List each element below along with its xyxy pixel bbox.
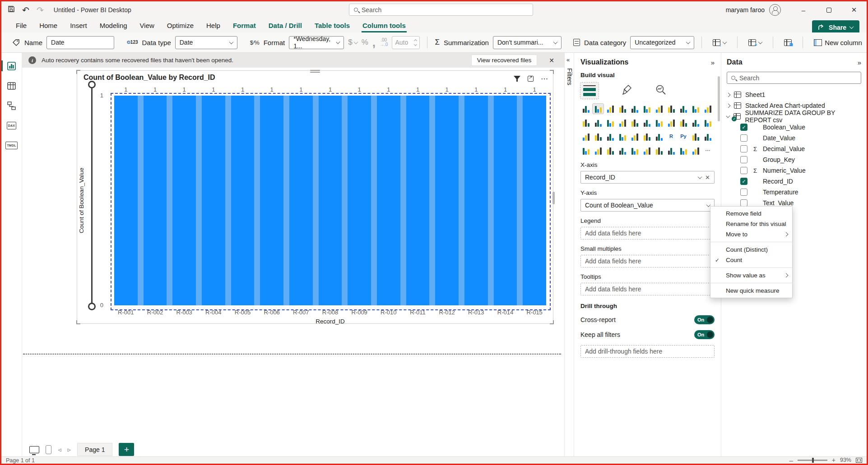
field-checkbox[interactable]: ✓	[740, 178, 747, 185]
field-row-date-value[interactable]: ΣDate_Value	[727, 133, 861, 143]
stacked-bar-chart-icon[interactable]	[580, 104, 591, 114]
stacked-area-chart-icon[interactable]	[678, 104, 689, 114]
restore-button[interactable]	[816, 1, 841, 18]
focus-mode-icon[interactable]	[528, 76, 534, 82]
context-menu-item-show-value-as[interactable]: Show value as	[710, 270, 792, 281]
next-page-icon[interactable]: ▹	[68, 446, 71, 454]
rail-report-view-icon[interactable]	[1, 59, 22, 73]
sort-by-column-button[interactable]: ↕	[709, 39, 730, 46]
new-page-button[interactable]: +	[119, 443, 134, 456]
bar-R-003[interactable]	[172, 96, 196, 305]
donut-chart-icon[interactable]	[641, 118, 652, 128]
stacked-column-chart-icon[interactable]	[593, 104, 603, 114]
previous-page-icon[interactable]: ◃	[58, 446, 61, 454]
analytics-tab[interactable]	[655, 84, 666, 97]
shape-map-icon[interactable]	[690, 118, 701, 128]
100-stacked-column-chart-icon[interactable]	[641, 104, 652, 114]
azure-map-icon[interactable]	[702, 118, 713, 128]
funnel-chart-icon[interactable]	[605, 118, 616, 128]
clustered-bar-chart-icon[interactable]	[605, 104, 616, 114]
menu-item-modeling[interactable]: Modeling	[93, 18, 134, 32]
cross-report-toggle[interactable]: On	[694, 315, 715, 324]
field-checkbox[interactable]	[740, 167, 747, 174]
page-tab[interactable]: Page 1	[77, 443, 112, 456]
bar-R-011[interactable]	[406, 96, 430, 305]
fit-to-page-icon[interactable]	[856, 458, 862, 463]
report-canvas[interactable]: Count of Boolean_Value by Record_ID ⋯ 1 …	[22, 68, 564, 441]
rail-model-view-icon[interactable]	[1, 99, 22, 112]
bar-R-012[interactable]	[435, 96, 459, 305]
line-and-clustered-column-chart-icon[interactable]	[702, 104, 713, 114]
zoom-slider[interactable]	[798, 460, 827, 461]
menu-item-home[interactable]: Home	[33, 18, 64, 32]
dismiss-banner-icon[interactable]: ✕	[549, 57, 554, 64]
save-icon[interactable]	[8, 5, 15, 15]
x-axis-field-pill[interactable]: Record_ID ✕	[580, 171, 715, 184]
ribbon-chart-icon[interactable]	[580, 118, 591, 128]
y-axis-field-pill[interactable]: Count of Boolean_Value	[580, 199, 715, 212]
field-checkbox[interactable]	[740, 145, 747, 152]
scatter-chart-icon[interactable]	[617, 118, 628, 128]
percent-button[interactable]: %	[362, 38, 368, 47]
menu-item-file[interactable]: File	[9, 18, 33, 32]
rail-table-view-icon[interactable]	[1, 79, 22, 92]
table-row-sheet1[interactable]: Sheet1	[727, 89, 861, 100]
currency-button[interactable]: $	[348, 38, 357, 47]
small-multiples-well-dropzone[interactable]: Add data fields here	[580, 255, 715, 267]
field-checkbox[interactable]	[740, 134, 747, 142]
context-menu-item-remove-field[interactable]: Remove field	[710, 208, 792, 219]
context-menu-item-new-quick-measure[interactable]: New quick measure	[710, 285, 792, 296]
bar-R-007[interactable]	[289, 96, 313, 305]
minimize-button[interactable]: –	[791, 1, 816, 18]
expand-icon[interactable]	[726, 103, 731, 108]
more-options-icon[interactable]: ⋯	[541, 74, 548, 83]
waterfall-chart-icon[interactable]	[593, 118, 603, 128]
view-recovered-files-button[interactable]: View recovered files	[471, 55, 538, 66]
arcgis-map-icon[interactable]	[654, 146, 664, 156]
field-checkbox[interactable]	[740, 156, 747, 163]
menu-item-optimize[interactable]: Optimize	[161, 18, 200, 32]
decomposition-tree-icon[interactable]	[702, 132, 713, 142]
undo-icon[interactable]: ↶	[22, 5, 29, 15]
100-stacked-bar-chart-icon[interactable]	[629, 104, 640, 114]
bar-R-002[interactable]	[144, 96, 167, 305]
bar-R-010[interactable]	[377, 96, 400, 305]
line-chart-icon[interactable]	[654, 104, 664, 114]
tooltips-well-dropzone[interactable]: Add data fields here	[580, 283, 715, 295]
summarization-select[interactable]: Don't summari...	[493, 36, 562, 49]
menu-item-view[interactable]: View	[134, 18, 161, 32]
treemap-icon[interactable]	[654, 118, 664, 128]
bar-R-015[interactable]	[523, 96, 546, 305]
field-row-numeric-value[interactable]: ΣNumeric_Value	[727, 165, 861, 176]
area-chart-icon[interactable]	[666, 104, 677, 114]
r-script-visual-icon[interactable]: R	[666, 132, 677, 142]
expand-filters-icon[interactable]: «	[566, 56, 570, 63]
field-checkbox[interactable]	[740, 189, 747, 196]
zoom-out-icon[interactable]: –	[789, 456, 793, 464]
menu-item-format[interactable]: Format	[227, 18, 262, 32]
pie-chart-icon[interactable]	[629, 118, 640, 128]
data-category-select[interactable]: Uncategorized	[630, 36, 694, 49]
key-influencers-icon[interactable]	[690, 132, 701, 142]
rail-dax-query-view-icon[interactable]: DAX	[1, 119, 22, 132]
context-menu-item-count[interactable]: ✓Count	[710, 255, 792, 265]
decimal-auto-spinner[interactable]: Auto	[392, 36, 420, 49]
bar-R-008[interactable]	[319, 96, 342, 305]
collapse-icon[interactable]	[726, 114, 730, 118]
more-options-icon[interactable]: ⋯	[702, 146, 713, 156]
pane-scrollbar[interactable]	[718, 76, 720, 121]
goals-icon[interactable]	[666, 146, 677, 156]
y-axis-zoom-slider[interactable]	[91, 85, 93, 306]
build-visual-tab[interactable]	[580, 83, 599, 99]
manage-relationships-button[interactable]: ⧉	[780, 39, 795, 46]
python-visual-icon[interactable]: Py	[678, 132, 689, 142]
menu-item-help[interactable]: Help	[200, 18, 227, 32]
new-column-button[interactable]: New column	[810, 39, 866, 46]
field-checkbox[interactable]	[740, 199, 747, 207]
column-chart-visual[interactable]: Count of Boolean_Value by Record_ID ⋯ 1 …	[77, 70, 553, 324]
power-automate-icon[interactable]	[641, 146, 652, 156]
slicer-icon[interactable]	[629, 132, 640, 142]
gauge-icon[interactable]	[580, 132, 591, 142]
format-select[interactable]: *Wednesday, 1...	[289, 36, 344, 49]
zoom-in-icon[interactable]: +	[832, 456, 836, 464]
